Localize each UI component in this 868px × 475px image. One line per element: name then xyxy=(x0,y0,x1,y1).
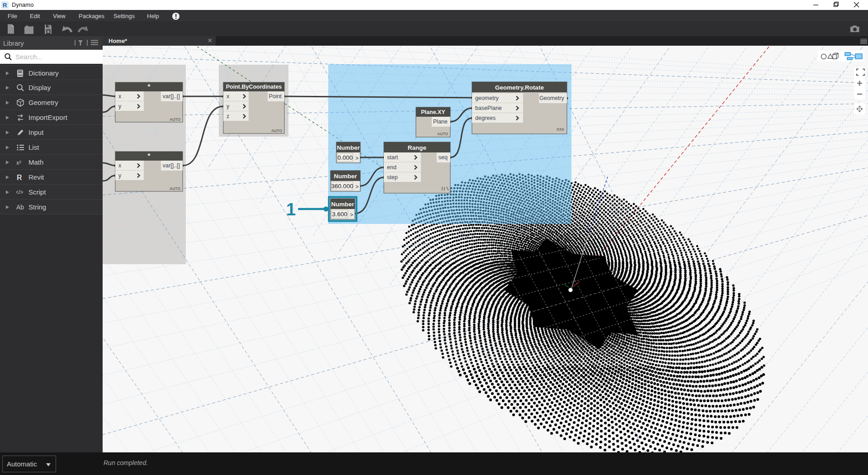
svg-text:basePlane: basePlane xyxy=(475,105,502,111)
svg-text:x: x xyxy=(226,93,230,100)
svg-text:z: z xyxy=(226,113,229,119)
svg-text:y: y xyxy=(226,103,230,109)
svg-text:>: > xyxy=(355,155,359,162)
svg-text:AUTO: AUTO xyxy=(170,117,180,122)
svg-text:Point: Point xyxy=(269,93,282,100)
svg-text:x²: x² xyxy=(16,159,22,166)
svg-text:seq: seq xyxy=(439,154,448,161)
svg-text:end: end xyxy=(387,164,396,171)
svg-text:x: x xyxy=(118,162,122,169)
svg-text:XXX: XXX xyxy=(557,127,564,132)
svg-text:step: step xyxy=(387,174,398,180)
svg-text:</>: </> xyxy=(16,189,23,195)
svg-text:start: start xyxy=(387,154,398,161)
svg-text:degrees: degrees xyxy=(475,115,495,121)
svg-text:360.000: 360.000 xyxy=(331,183,354,190)
svg-text:Point.ByCoordinates: Point.ByCoordinates xyxy=(226,84,282,90)
svg-text:var[]..[]: var[]..[] xyxy=(163,93,180,100)
svg-text:x: x xyxy=(118,93,122,100)
svg-text:R: R xyxy=(17,174,22,181)
svg-text:Plane.XY: Plane.XY xyxy=(421,109,445,115)
svg-text:R: R xyxy=(3,2,7,9)
svg-text:Number: Number xyxy=(331,201,354,208)
svg-text:y: y xyxy=(118,103,122,109)
svg-text:0.000: 0.000 xyxy=(338,154,353,161)
svg-text:Geometry: Geometry xyxy=(539,95,565,101)
svg-text:*: * xyxy=(148,82,151,90)
svg-text:y: y xyxy=(118,172,122,179)
svg-text:Number: Number xyxy=(337,144,360,151)
svg-text:Range: Range xyxy=(408,144,427,151)
svg-text:Ab: Ab xyxy=(16,204,24,211)
svg-text:*: * xyxy=(148,152,151,159)
svg-text:AUTO: AUTO xyxy=(437,132,448,136)
svg-text:AUTO: AUTO xyxy=(170,186,180,191)
svg-text:Plane: Plane xyxy=(433,119,448,125)
svg-text:var[]..[]: var[]..[] xyxy=(163,162,180,169)
svg-text:AUTO: AUTO xyxy=(271,128,282,133)
svg-text:Number: Number xyxy=(334,173,357,180)
svg-text:3.600: 3.600 xyxy=(332,211,348,218)
svg-text:>: > xyxy=(350,212,353,218)
svg-text:geometry: geometry xyxy=(475,95,499,101)
svg-text:Geometry.Rotate: Geometry.Rotate xyxy=(495,84,544,91)
svg-text:>: > xyxy=(355,184,359,190)
svg-text:1: 1 xyxy=(286,200,296,219)
